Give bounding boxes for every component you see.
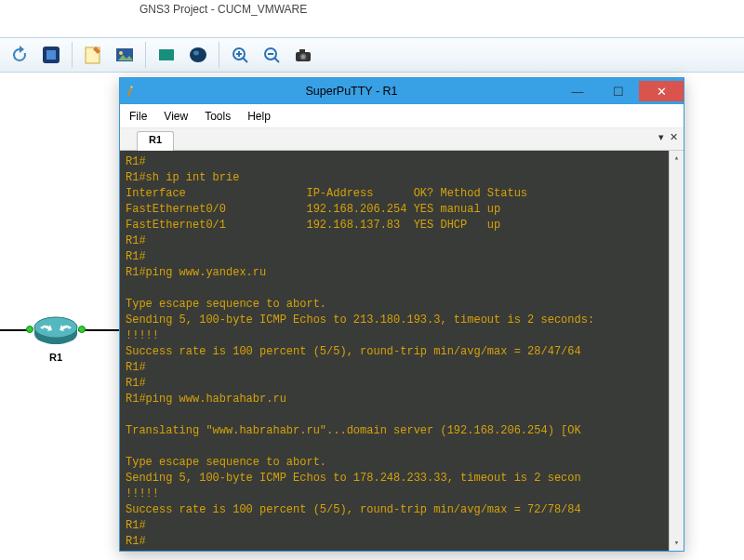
tab-close-icon[interactable]: ✕ [670, 131, 678, 143]
ellipse-icon[interactable] [184, 41, 212, 69]
scrollbar[interactable]: ▴ ▾ [669, 151, 684, 551]
picture-icon[interactable] [111, 41, 139, 69]
gns3-project-title: GNS3 Project - CUCM_VMWARE [140, 3, 307, 16]
rectangle-icon[interactable] [153, 41, 180, 69]
app-icon [120, 84, 146, 99]
router-node[interactable]: R1 [28, 314, 84, 365]
scroll-down-icon[interactable]: ▾ [670, 536, 684, 551]
terminal-pane[interactable]: R1# R1#sh ip int brie Interface IP-Addre… [120, 151, 684, 551]
tab-r1[interactable]: R1 [137, 131, 174, 151]
menubar: File View Tools Help [120, 104, 684, 128]
svg-point-6 [190, 47, 206, 62]
menu-tools[interactable]: Tools [205, 110, 231, 123]
gns3-toolbar [0, 37, 744, 73]
camera-icon[interactable] [289, 41, 317, 69]
minimize-button[interactable]: — [557, 81, 598, 101]
svg-rect-11 [299, 49, 305, 53]
refresh-icon[interactable] [6, 41, 33, 69]
window-title: SuperPuTTY - R1 [146, 85, 557, 98]
menu-file[interactable]: File [129, 110, 147, 123]
titlebar[interactable]: SuperPuTTY - R1 — ☐ ✕ [120, 78, 684, 104]
svg-point-7 [193, 51, 199, 56]
svg-rect-5 [159, 49, 174, 60]
zoom-in-icon[interactable] [226, 41, 254, 69]
maximize-button[interactable]: ☐ [598, 81, 639, 101]
svg-rect-1 [46, 50, 56, 60]
superputty-window: SuperPuTTY - R1 — ☐ ✕ File View Tools He… [119, 77, 684, 552]
terminal-output: R1# R1#sh ip int brie Interface IP-Addre… [126, 154, 676, 550]
note-icon[interactable] [79, 41, 107, 69]
close-button[interactable]: ✕ [639, 81, 684, 101]
tab-strip: R1 ▾ ✕ [120, 128, 684, 151]
svg-point-4 [119, 51, 123, 55]
virtualbox-icon[interactable] [37, 41, 65, 69]
tab-dropdown-icon[interactable]: ▾ [658, 131, 664, 143]
zoom-out-icon[interactable] [258, 41, 286, 69]
scroll-track[interactable] [670, 166, 684, 536]
menu-help[interactable]: Help [247, 110, 271, 123]
router-label: R1 [49, 352, 62, 363]
menu-view[interactable]: View [164, 110, 188, 123]
scroll-up-icon[interactable]: ▴ [670, 151, 684, 166]
svg-point-13 [301, 55, 305, 59]
